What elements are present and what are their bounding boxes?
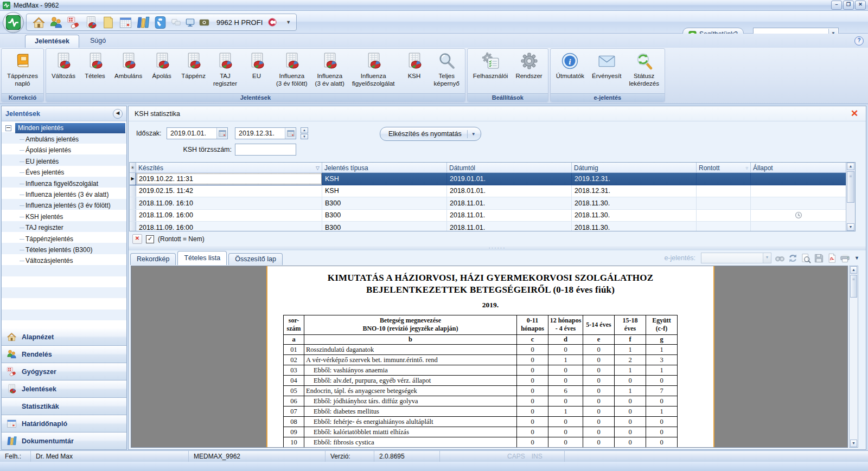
restore-button[interactable]: ❐ [843,1,854,10]
ribbon-button[interactable]: Érvényesít [588,51,625,80]
grid-scroll-thumb[interactable] [847,171,854,203]
tree-item[interactable]: EU jelentés [2,156,126,167]
printer-icon[interactable] [840,253,850,263]
view-tab[interactable]: Rekordkép [130,253,176,265]
ribbon-tab[interactable]: Jelentések [25,35,79,48]
sidebar-nav-button[interactable]: Gyógyszer [2,363,126,380]
toolbar-overflow-caret-icon[interactable]: ▼ [286,20,291,25]
report-preview[interactable]: KIMUTATÁS A HÁZIORVOSI, HÁZI GYERMEKORVO… [131,266,848,448]
tree-root-label[interactable]: Minden jelentés [15,123,125,133]
sidebar-nav-button[interactable]: Dokumentumtár [2,433,126,449]
sidebar-collapse-button[interactable]: ◀ [113,109,123,119]
grid-column-header[interactable]: Dátumig [572,163,697,172]
ejelentes-combo[interactable]: ▼ [701,253,771,263]
save-icon[interactable] [814,253,824,263]
date-from-input[interactable]: 2019.01.01. [167,127,228,139]
date-from-calendar-button[interactable] [216,128,227,139]
ribbon-button[interactable]: Táppénzes napló [3,51,42,88]
chat-icon[interactable] [171,17,181,28]
monitor-icon[interactable] [185,17,195,28]
ribbon-button[interactable]: Ambuláns [111,51,146,80]
ribbon-button[interactable]: Felhasználói [469,51,512,80]
preview-scroll-up-icon[interactable]: ▲ [850,266,857,274]
ribbon-button[interactable]: Változás [48,51,79,80]
print-options-caret-icon[interactable]: ▼ [854,255,859,261]
report-chart-icon[interactable] [84,16,98,29]
grid-column-header[interactable]: Dátumtól [447,163,572,172]
tree-item[interactable]: Influenza figyelőszolgálat [2,178,126,189]
grid-scrollbar[interactable]: ▲ ▼ [846,163,855,231]
sidebar-nav-button[interactable]: Rendelés [2,346,126,363]
grid-column-header[interactable]: Rontott▿ [697,163,751,172]
sidebar-nav-button[interactable]: Jelentések [2,380,126,397]
close-button[interactable]: ✕ [855,1,866,10]
tree-item[interactable]: Ápolási jelentés [2,145,126,156]
users-icon[interactable] [49,16,63,29]
create-print-caret-icon[interactable]: ▼ [471,132,476,137]
ejelentes-combo-caret-icon[interactable]: ▼ [763,253,771,263]
application-menu-button[interactable] [3,12,24,33]
grid-column-header[interactable]: Jelentés típusa [322,163,447,172]
phone-icon[interactable] [154,16,167,29]
scroll-up-icon[interactable]: ▲ [847,163,854,170]
tree-item[interactable]: Influenza jelentés (3 év alatt) [2,189,126,200]
note-icon[interactable] [101,16,115,29]
date-to-input[interactable]: 2019.12.31. [235,127,296,139]
ribbon-button[interactable]: TAJ regiszter [209,51,241,88]
ribbon-button[interactable]: Táppénz [177,51,209,80]
view-tab[interactable]: Összesítő lap [228,253,283,265]
ribbon-button[interactable]: Teljes képernyő [430,51,463,88]
ribbon-button[interactable]: Influenza (3 év alatt) [311,51,348,88]
camera-icon[interactable] [199,17,209,28]
grid-row[interactable]: 2019.02.15. 11:42KSH2018.01.01.2018.12.3… [130,185,846,198]
books-icon[interactable] [136,16,150,29]
create-print-button[interactable]: Elkészítés és nyomtatás ▼ [380,127,481,141]
pills-icon[interactable] [67,16,80,29]
grid-row[interactable]: ▶2019.10.22. 11:31KSH2019.01.01.2019.12.… [130,173,846,185]
filter-checkbox[interactable]: ✓ [146,235,154,243]
tree-item[interactable]: Táppénzjelentés [2,234,126,244]
ribbon-button[interactable]: EU [241,51,272,80]
tree-item[interactable]: Éves jelentés [2,167,126,178]
refresh-icon[interactable] [788,253,798,263]
preview-scroll-down-icon[interactable]: ▼ [850,440,857,447]
calendar-icon[interactable] [119,16,132,29]
stepper-up-icon[interactable]: ▲ [301,127,308,133]
tree-item[interactable]: Változásjelentés [2,255,126,266]
preview-scroll-thumb[interactable] [850,275,857,298]
tree-item[interactable]: Influenza jelentés (3 év fölött) [2,200,126,211]
zoom-icon[interactable] [801,253,811,263]
ksh-number-input[interactable] [235,144,296,156]
pdf-icon[interactable] [827,253,837,263]
scroll-down-icon[interactable]: ▼ [847,223,854,231]
preview-scrollbar[interactable]: ▲ ▼ [849,266,858,448]
panel-close-icon[interactable]: ✕ [849,109,860,119]
binoculars-icon[interactable] [775,253,785,263]
ribbon-button[interactable]: iÚtmutatók [552,51,588,80]
grid-row[interactable]: 2018.11.09. 16:00B3002018.11.01.2018.11.… [130,210,846,222]
ribbon-button[interactable]: Influenza (3 év fölött) [272,51,311,88]
view-tab[interactable]: Tételes lista [177,251,227,265]
clear-filter-button[interactable]: ✕ [132,234,142,244]
ribbon-button[interactable]: KSH [399,51,430,80]
grid-column-header[interactable]: Állapot [751,163,846,172]
stepper-down-icon[interactable]: ▼ [301,134,308,140]
sidebar-nav-button[interactable]: Statisztikák [2,398,126,415]
home-icon[interactable] [32,16,46,29]
minimize-button[interactable]: – [831,1,842,10]
grid-row[interactable]: 2018.11.09. 16:10B3002018.11.01.2018.11.… [130,197,846,210]
ribbon-button[interactable]: Státusz lekérdezés [625,51,663,88]
horizontal-splitter[interactable] [129,246,866,250]
tree-item[interactable]: Ambuláns jelentés [2,134,126,145]
tree-item[interactable]: KSH jelentés [2,211,126,222]
tree-collapse-icon[interactable] [5,125,11,131]
date-to-calendar-button[interactable] [285,128,296,139]
sidebar-nav-button[interactable]: Határidőnapló [2,415,126,432]
ribbon-button[interactable]: Rendszer [512,51,546,80]
ribbon-tab[interactable]: Súgó [81,35,115,48]
grid-row[interactable]: 2018.11.09. 16:00B3002018.11.01.2018.11.… [130,222,846,231]
ribbon-button[interactable]: Tételes [79,51,111,80]
ribbon-button[interactable]: Ápolás [146,51,177,80]
sidebar-nav-button[interactable]: Alapnézet [2,328,126,345]
tree-item[interactable]: Tételes jelentés (B300) [2,244,126,255]
